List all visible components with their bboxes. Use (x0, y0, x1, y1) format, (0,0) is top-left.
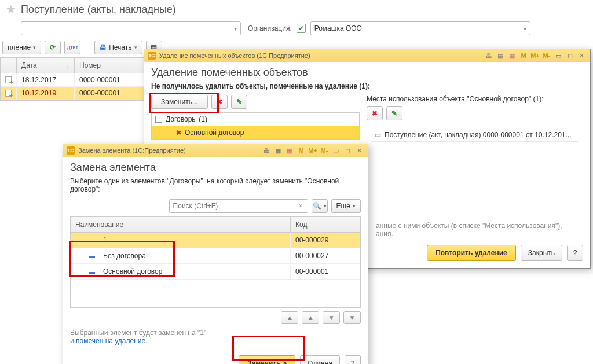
help-button[interactable]: ? (567, 245, 583, 261)
replace-instruction: Выберите один из элементов "Договоры", н… (70, 177, 361, 193)
cell-code: 00-000001 (291, 264, 360, 280)
cell-name: ▬Основной договор (71, 264, 291, 280)
replace-dialog-titlebar: 1C Замена элемента (1С:Предприятие) 🖶 ▦ … (63, 144, 368, 157)
page-title: Поступление (акты, накладные) (21, 3, 176, 16)
mem-m[interactable]: M (518, 51, 529, 60)
search-input[interactable] (170, 202, 294, 210)
close-icon[interactable]: ✕ (576, 51, 587, 60)
objects-tree: – Договоры (1) ✖ Основной договор (151, 112, 360, 140)
document-icon (5, 90, 12, 97)
col-date-header[interactable]: Дата↓ (17, 58, 75, 73)
grid-icon[interactable]: ▦ (273, 146, 283, 155)
printer-icon: 🖶 (100, 43, 107, 52)
delete-dialog-heading: Удаление помеченных объектов (151, 67, 583, 79)
col-number-header[interactable]: Номер (75, 58, 144, 73)
usage-item-label: Поступление (акт, накладная) 0000-000001… (385, 131, 572, 139)
list-item[interactable]: ▬100-000029 (71, 233, 360, 248)
replace-button[interactable]: Заменить... (151, 95, 208, 109)
replace-dialog-heading: Замена элемента (70, 161, 361, 174)
tree-group-label: Договоры (1) (166, 115, 207, 123)
pencil-icon: ✎ (236, 98, 242, 106)
repeat-delete-button[interactable]: Повторить удаление (427, 245, 516, 261)
item-icon: ▬ (89, 269, 95, 275)
refresh-icon: ⟳ (50, 43, 56, 52)
print-icon[interactable]: 🖶 (484, 51, 494, 60)
usage-edit-button[interactable]: ✎ (386, 106, 402, 120)
grid-icon[interactable]: ▦ (495, 51, 506, 60)
list-item[interactable]: ▬Без договора00-000027 (71, 248, 360, 264)
mark-for-delete-link[interactable]: помечен на удаление (76, 337, 145, 345)
org-value: Ромашка ООО (314, 24, 362, 32)
mem-mminus[interactable]: M- (319, 146, 330, 155)
edit-button[interactable]: ✎ (231, 95, 247, 109)
search-icon: 🔍 (313, 202, 321, 210)
list-item[interactable]: ▬Основной договор00-000001 (71, 264, 360, 280)
delete-dialog-titlebar: 1C Удаление помеченных объектов (1С:Пред… (144, 49, 590, 62)
usage-label: Места использования объекта "Основной до… (367, 95, 583, 103)
delete-dialog-title-text: Удаление помеченных объектов (1С:Предпри… (159, 52, 310, 59)
delete-hint-text: анные с ними объекты (в списке "Места ис… (376, 222, 583, 238)
delete-mark-button[interactable]: ✖ (211, 95, 228, 109)
cell-number: 0000-000001 (75, 87, 144, 100)
update-dropdown[interactable]: пление▾ (2, 41, 41, 54)
nav-arrows: ▲ ▲ ▼ ▼ (70, 311, 361, 324)
dt-kt-button[interactable]: ДтКт (64, 41, 80, 54)
more-dropdown[interactable]: Еще▾ (331, 199, 361, 213)
replace-grid: ▬100-000029▬Без договора00-000027▬Основн… (70, 233, 361, 308)
minimize-icon[interactable]: ▭ (331, 146, 341, 155)
col-code-header[interactable]: Код (291, 217, 360, 232)
print-dropdown[interactable]: 🖶 Печать▾ (94, 41, 142, 54)
collapse-icon[interactable]: – (155, 116, 162, 123)
refresh-button[interactable]: ⟳ (45, 41, 61, 54)
table-row[interactable]: 18.12.20170000-000001 (1, 73, 150, 87)
delete-marker-icon: ✖ (176, 129, 181, 137)
cell-name: ▬Без договора (71, 248, 291, 264)
nav-last-button[interactable]: ▼ (343, 311, 361, 324)
delete-dialog-subheading: Не получилось удалить объекты, помеченны… (151, 82, 583, 90)
mem-mminus[interactable]: M- (541, 51, 552, 60)
cell-code: 00-000027 (291, 248, 360, 264)
close-button[interactable]: Закрыть (521, 245, 562, 261)
minimize-icon[interactable]: ▭ (553, 51, 563, 60)
cell-code: 00-000029 (291, 233, 360, 248)
nav-up-button[interactable]: ▲ (302, 311, 319, 324)
calendar-icon[interactable]: ▦ (284, 146, 295, 155)
help-button[interactable]: ? (345, 355, 361, 364)
documents-grid: Дата↓ Номер 18.12.20170000-00000110.12.2… (0, 57, 151, 101)
cell-number: 0000-000001 (75, 73, 144, 86)
col-name-header[interactable]: Наименование (71, 217, 291, 232)
nav-down-button[interactable]: ▼ (323, 311, 340, 324)
filter-bar: ▾ Организация: ✔ Ромашка ООО ▾ (0, 19, 593, 38)
document-icon: ▭ (375, 131, 381, 139)
search-button[interactable]: 🔍▾ (312, 199, 328, 213)
maximize-icon[interactable]: ◻ (342, 146, 353, 155)
maximize-icon[interactable]: ◻ (565, 51, 575, 60)
close-icon[interactable]: ✕ (354, 146, 364, 155)
clear-search-icon[interactable]: × (294, 202, 308, 210)
usage-item-row[interactable]: ▭ Поступление (акт, накладная) 0000-0000… (371, 128, 579, 142)
print-icon[interactable]: 🖶 (261, 146, 272, 155)
delete-mark-icon: ✖ (372, 109, 378, 117)
grid-header: Дата↓ Номер (1, 58, 150, 73)
org-checkbox[interactable]: ✔ (296, 24, 306, 33)
tree-item-row[interactable]: ✖ Основной договор (152, 126, 359, 139)
cancel-button[interactable]: Отмена (300, 355, 340, 364)
org-combo[interactable]: Ромашка ООО ▾ (310, 21, 530, 35)
replace-confirm-button[interactable]: Заменить > (239, 355, 295, 364)
nav-first-button[interactable]: ▲ (281, 311, 298, 324)
mem-mplus[interactable]: M+ (308, 146, 318, 155)
tree-group-row[interactable]: – Договоры (1) (152, 113, 359, 126)
favorite-star-icon[interactable]: ★ (6, 2, 16, 16)
replace-footer-text: Выбранный элемент будет заменен на "1" и… (70, 329, 361, 345)
mem-mplus[interactable]: M+ (530, 51, 540, 60)
document-icon (5, 76, 12, 83)
usage-delete-button[interactable]: ✖ (367, 106, 383, 120)
tree-item-label: Основной договор (185, 128, 244, 137)
table-row[interactable]: 10.12.20190000-000001 (1, 87, 150, 100)
cell-name: ▬1 (71, 233, 291, 248)
cell-date: 10.12.2019 (17, 87, 75, 100)
filter-combo-1[interactable]: ▾ (21, 21, 241, 35)
mem-m[interactable]: M (296, 146, 306, 155)
org-label: Организация: (248, 24, 292, 32)
calendar-icon[interactable]: ▦ (507, 51, 517, 60)
